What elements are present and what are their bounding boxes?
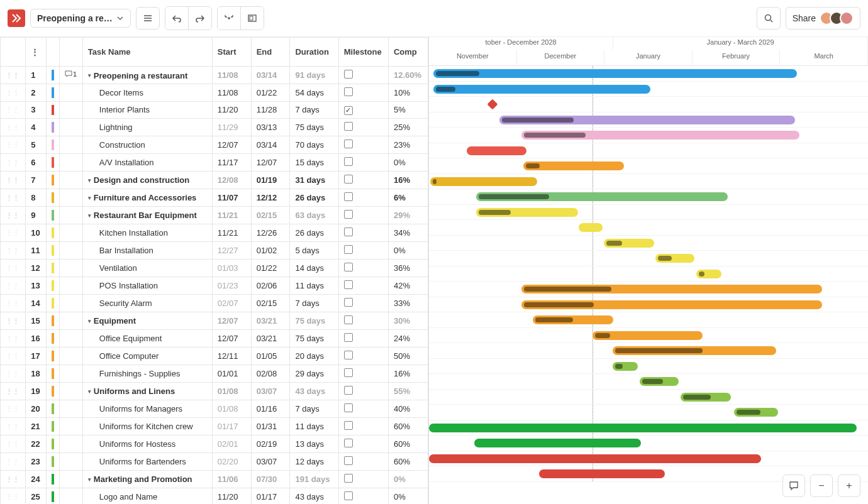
task-start[interactable]: 01/08 bbox=[212, 382, 251, 400]
gantt-row[interactable] bbox=[429, 66, 868, 82]
gantt-bar[interactable] bbox=[433, 69, 797, 78]
col-milestone[interactable]: Milestone bbox=[338, 38, 388, 67]
task-duration[interactable]: 11 days bbox=[290, 277, 338, 294]
task-duration[interactable]: 5 days bbox=[290, 241, 338, 259]
task-completion[interactable]: 23% bbox=[388, 136, 428, 153]
gantt-bar[interactable] bbox=[734, 408, 778, 417]
drag-handle-icon[interactable]: ⋮⋮ bbox=[6, 177, 19, 184]
drag-handle-icon[interactable]: ⋮⋮ bbox=[6, 441, 19, 448]
task-end[interactable]: 07/30 bbox=[251, 470, 290, 488]
task-end[interactable]: 01/05 bbox=[251, 347, 290, 364]
task-end[interactable]: 01/19 bbox=[251, 171, 290, 189]
col-task-name[interactable]: Task Name bbox=[82, 38, 212, 67]
milestone-checkbox[interactable] bbox=[344, 456, 353, 465]
expand-icon[interactable]: ▾ bbox=[88, 177, 91, 184]
task-duration[interactable]: 63 days bbox=[290, 206, 338, 224]
gantt-bar[interactable] bbox=[429, 424, 857, 432]
milestone-checkbox[interactable] bbox=[344, 106, 353, 115]
task-completion[interactable]: 34% bbox=[388, 224, 428, 241]
gantt-bar[interactable] bbox=[521, 131, 799, 140]
task-start[interactable]: 12/27 bbox=[212, 241, 251, 259]
task-end[interactable]: 02/15 bbox=[251, 206, 290, 224]
task-end[interactable]: 12/07 bbox=[251, 153, 290, 171]
task-completion[interactable]: 42% bbox=[388, 277, 428, 294]
table-row[interactable]: ⋮⋮ 1 1 ▾Preopening a restaurant 11/08 03… bbox=[1, 67, 428, 84]
drag-handle-icon[interactable]: ⋮⋮ bbox=[6, 458, 19, 466]
milestone-checkbox[interactable] bbox=[344, 245, 353, 254]
drag-handle-icon[interactable]: ⋮⋮ bbox=[6, 141, 19, 149]
task-start[interactable]: 01/08 bbox=[212, 400, 251, 417]
gantt-bar[interactable] bbox=[539, 469, 665, 478]
gantt-row[interactable] bbox=[429, 297, 868, 313]
gantt-bar[interactable] bbox=[429, 454, 761, 463]
task-duration[interactable]: 26 days bbox=[290, 224, 338, 241]
task-start[interactable]: 11/21 bbox=[212, 224, 251, 241]
milestone-checkbox[interactable] bbox=[344, 280, 353, 289]
drag-handle-icon[interactable]: ⋮⋮ bbox=[6, 493, 19, 501]
task-completion[interactable]: 6% bbox=[388, 189, 428, 206]
task-end[interactable]: 01/31 bbox=[251, 417, 290, 435]
table-row[interactable]: ⋮⋮ 21 Uniforms for Kitchen crew 01/17 01… bbox=[1, 417, 428, 435]
task-duration[interactable]: 7 days bbox=[290, 294, 338, 312]
task-start[interactable]: 11/20 bbox=[212, 102, 251, 119]
table-row[interactable]: ⋮⋮ 24 ▾Marketing and Promotion 11/06 07/… bbox=[1, 470, 428, 488]
milestone-checkbox[interactable] bbox=[344, 192, 353, 201]
task-end[interactable]: 03/14 bbox=[251, 67, 290, 84]
task-start[interactable]: 01/03 bbox=[212, 259, 251, 277]
gantt-bar[interactable] bbox=[604, 239, 654, 248]
gantt-row[interactable] bbox=[429, 405, 868, 420]
drag-handle-icon[interactable]: ⋮⋮ bbox=[6, 317, 19, 325]
gantt-bar[interactable] bbox=[433, 85, 650, 94]
table-row[interactable]: ⋮⋮ 17 Office Computer 12/11 01/05 20 day… bbox=[1, 347, 428, 364]
task-completion[interactable]: 12.60% bbox=[388, 67, 428, 84]
gantt-bar[interactable] bbox=[474, 439, 641, 447]
task-completion[interactable]: 30% bbox=[388, 312, 428, 329]
table-row[interactable]: ⋮⋮ 6 A/V Installation 11/17 12/07 15 day… bbox=[1, 153, 428, 171]
task-start[interactable]: 11/21 bbox=[212, 206, 251, 224]
gantt-bar[interactable] bbox=[467, 146, 526, 155]
task-duration[interactable]: 14 days bbox=[290, 259, 338, 277]
gantt-row[interactable] bbox=[429, 220, 868, 236]
task-start[interactable]: 02/01 bbox=[212, 435, 251, 452]
gantt-bar[interactable] bbox=[593, 331, 703, 340]
task-end[interactable]: 01/17 bbox=[251, 488, 290, 504]
task-start[interactable]: 11/08 bbox=[212, 84, 251, 102]
task-duration[interactable]: 11 days bbox=[290, 417, 338, 435]
task-duration[interactable]: 7 days bbox=[290, 102, 338, 119]
gantt-bar[interactable] bbox=[521, 285, 822, 293]
task-start[interactable]: 01/23 bbox=[212, 277, 251, 294]
gantt-chart[interactable]: tober - December 2028 January - March 20… bbox=[429, 37, 868, 504]
redo-button[interactable] bbox=[189, 7, 211, 30]
gantt-row[interactable] bbox=[429, 174, 868, 190]
task-end[interactable]: 02/08 bbox=[251, 364, 290, 382]
drag-handle-icon[interactable]: ⋮⋮ bbox=[6, 370, 19, 378]
task-completion[interactable]: 0% bbox=[388, 153, 428, 171]
task-start[interactable]: 11/20 bbox=[212, 488, 251, 504]
milestone-checkbox[interactable] bbox=[344, 315, 353, 324]
gantt-row[interactable] bbox=[429, 343, 868, 359]
gantt-row[interactable] bbox=[429, 236, 868, 251]
layout-button[interactable] bbox=[241, 7, 264, 30]
task-completion[interactable]: 10% bbox=[388, 84, 428, 102]
table-row[interactable]: ⋮⋮ 10 Kitchen Installation 11/21 12/26 2… bbox=[1, 224, 428, 241]
table-row[interactable]: ⋮⋮ 20 Uniforms for Managers 01/08 01/16 … bbox=[1, 400, 428, 417]
drag-handle-icon[interactable]: ⋮⋮ bbox=[6, 353, 19, 360]
task-start[interactable]: 12/07 bbox=[212, 312, 251, 329]
table-row[interactable]: ⋮⋮ 18 Furnishings - Supplies 01/01 02/08… bbox=[1, 364, 428, 382]
table-row[interactable]: ⋮⋮ 7 ▾Design and construction 12/08 01/1… bbox=[1, 171, 428, 189]
project-title-dropdown[interactable]: Preopening a re… bbox=[30, 9, 131, 28]
table-row[interactable]: ⋮⋮ 15 ▾Equipment 12/07 03/21 75 days 30% bbox=[1, 312, 428, 329]
comments-button[interactable] bbox=[782, 474, 805, 497]
gantt-row[interactable] bbox=[429, 97, 868, 112]
task-duration[interactable]: 191 days bbox=[290, 470, 338, 488]
gantt-bar[interactable] bbox=[523, 162, 624, 170]
milestone-checkbox[interactable] bbox=[344, 70, 353, 79]
task-end[interactable]: 03/07 bbox=[251, 452, 290, 470]
gantt-row[interactable] bbox=[429, 359, 868, 375]
task-completion[interactable]: 29% bbox=[388, 206, 428, 224]
table-row[interactable]: ⋮⋮ 14 Security Alarm 02/07 02/15 7 days … bbox=[1, 294, 428, 312]
gantt-bar[interactable] bbox=[681, 393, 731, 402]
task-end[interactable]: 03/21 bbox=[251, 312, 290, 329]
task-start[interactable]: 11/08 bbox=[212, 67, 251, 84]
drag-handle-icon[interactable]: ⋮⋮ bbox=[6, 247, 19, 255]
